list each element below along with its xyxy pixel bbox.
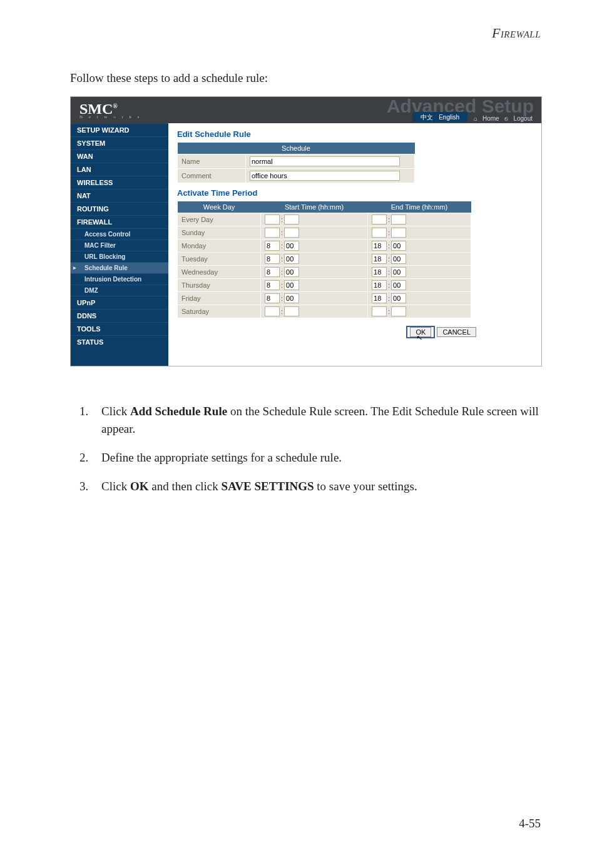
end-cell: : xyxy=(368,305,471,318)
col-start: Start Time (hh:mm) xyxy=(261,201,368,213)
end-hour-field[interactable] xyxy=(372,241,387,251)
end-cell: : xyxy=(368,226,471,240)
day-cell: Saturday xyxy=(178,305,261,318)
end-hour-field[interactable] xyxy=(372,280,387,290)
sidebar-sub-access-control[interactable]: Access Control xyxy=(71,228,168,240)
schedule-table: Schedule Name Comment xyxy=(177,143,415,183)
table-row: Sunday:: xyxy=(178,226,471,240)
end-min-field[interactable] xyxy=(391,254,406,264)
end-min-field[interactable] xyxy=(391,267,406,277)
sidebar-item-ddns[interactable]: DDNS xyxy=(71,309,168,322)
start-hour-field[interactable] xyxy=(265,267,280,277)
end-min-field[interactable] xyxy=(391,214,406,225)
sidebar-item-routing[interactable]: ROUTING xyxy=(71,202,168,215)
steps-list: Click Add Schedule Rule on the Schedule … xyxy=(70,403,541,495)
activate-title: Activate Time Period xyxy=(177,188,533,198)
colon-icon: : xyxy=(388,295,390,302)
sidebar-item-status[interactable]: STATUS xyxy=(71,335,168,348)
end-hour-field[interactable] xyxy=(372,306,387,316)
day-cell: Wednesday xyxy=(178,266,261,279)
sidebar-item-upnp[interactable]: UPnP xyxy=(71,296,168,309)
start-hour-field[interactable] xyxy=(265,214,280,225)
time-period-table: Week Day Start Time (hh:mm) End Time (hh… xyxy=(177,201,471,318)
start-cell: : xyxy=(261,253,368,266)
colon-icon: : xyxy=(281,308,283,315)
end-hour-field[interactable] xyxy=(372,228,387,238)
step-1-bold: Add Schedule Rule xyxy=(130,405,227,418)
start-hour-field[interactable] xyxy=(265,228,280,238)
colon-icon: : xyxy=(388,281,390,289)
day-cell: Friday xyxy=(178,292,261,305)
sidebar-item-firewall[interactable]: FIREWALL xyxy=(71,215,168,228)
sidebar-item-tools[interactable]: TOOLS xyxy=(71,322,168,335)
sidebar-item-setup-wizard[interactable]: SETUP WIZARD xyxy=(71,123,168,136)
start-min-field[interactable] xyxy=(284,280,299,290)
logout-link[interactable]: Logout xyxy=(513,115,533,122)
name-field[interactable] xyxy=(250,156,400,166)
sidebar-item-system[interactable]: SYSTEM xyxy=(71,136,168,149)
step-3-text-e: to save your settings. xyxy=(314,480,417,493)
name-label: Name xyxy=(178,154,246,169)
step-3-bold-save: SAVE SETTINGS xyxy=(222,480,314,493)
colon-icon: : xyxy=(281,242,283,250)
sidebar-item-wan[interactable]: WAN xyxy=(71,149,168,163)
sidebar-sub-mac-filter[interactable]: MAC Filter xyxy=(71,240,168,251)
sidebar-sub-url-blocking[interactable]: URL Blocking xyxy=(71,251,168,262)
colon-icon: : xyxy=(388,242,390,250)
end-min-field[interactable] xyxy=(391,241,406,251)
comment-field[interactable] xyxy=(250,171,400,181)
start-min-field[interactable] xyxy=(284,306,299,316)
end-min-field[interactable] xyxy=(391,306,406,316)
router-ui: SMC® N e t w o r k s Advanced Setup 中文 E… xyxy=(70,96,542,366)
start-cell: : xyxy=(261,240,368,253)
sidebar-sub-dmz[interactable]: DMZ xyxy=(71,285,168,296)
end-hour-field[interactable] xyxy=(372,293,387,303)
start-min-field[interactable] xyxy=(284,254,299,264)
end-min-field[interactable] xyxy=(391,293,406,303)
day-cell: Every Day xyxy=(178,213,261,226)
table-row: Every Day:: xyxy=(178,213,471,226)
colon-icon: : xyxy=(388,308,390,315)
start-hour-field[interactable] xyxy=(265,293,280,303)
start-cell: : xyxy=(261,226,368,240)
start-hour-field[interactable] xyxy=(265,280,280,290)
colon-icon: : xyxy=(281,255,283,263)
step-3-text-a: Click xyxy=(101,480,130,493)
lang-chinese-link[interactable]: 中文 xyxy=(421,114,433,121)
colon-icon: : xyxy=(388,255,390,263)
ok-button-wrap: OK ↖ xyxy=(406,326,435,338)
start-min-field[interactable] xyxy=(284,293,299,303)
colon-icon: : xyxy=(281,281,283,289)
table-row: Saturday:: xyxy=(178,305,471,318)
end-cell: : xyxy=(368,292,471,305)
sidebar-item-wireless[interactable]: WIRELESS xyxy=(71,176,168,189)
home-link[interactable]: Home xyxy=(482,115,499,122)
table-row: Friday:: xyxy=(178,292,471,305)
sidebar-item-nat[interactable]: NAT xyxy=(71,189,168,202)
end-hour-field[interactable] xyxy=(372,214,387,225)
sidebar-item-lan[interactable]: LAN xyxy=(71,163,168,176)
colon-icon: : xyxy=(388,268,390,276)
start-min-field[interactable] xyxy=(284,228,299,238)
start-hour-field[interactable] xyxy=(265,306,280,316)
col-end: End Time (hh:mm) xyxy=(368,201,471,213)
start-hour-field[interactable] xyxy=(265,241,280,251)
page-header: Firewall xyxy=(70,25,541,41)
content-area: Edit Schedule Rule Schedule Name Comment… xyxy=(168,123,541,366)
start-min-field[interactable] xyxy=(284,267,299,277)
lang-english-link[interactable]: English xyxy=(439,114,459,121)
end-min-field[interactable] xyxy=(391,280,406,290)
day-cell: Sunday xyxy=(178,226,261,240)
colon-icon: : xyxy=(281,229,283,236)
end-hour-field[interactable] xyxy=(372,267,387,277)
start-hour-field[interactable] xyxy=(265,254,280,264)
sidebar-sub-intrusion-detection[interactable]: Intrusion Detection xyxy=(71,273,168,285)
sidebar-sub-schedule-rule[interactable]: Schedule Rule xyxy=(71,262,168,273)
end-hour-field[interactable] xyxy=(372,254,387,264)
start-min-field[interactable] xyxy=(284,241,299,251)
cancel-button[interactable]: CANCEL xyxy=(437,327,476,337)
table-row: Tuesday:: xyxy=(178,253,471,266)
end-min-field[interactable] xyxy=(391,228,406,238)
button-row: OK ↖ CANCEL xyxy=(177,326,533,338)
start-min-field[interactable] xyxy=(284,214,299,225)
